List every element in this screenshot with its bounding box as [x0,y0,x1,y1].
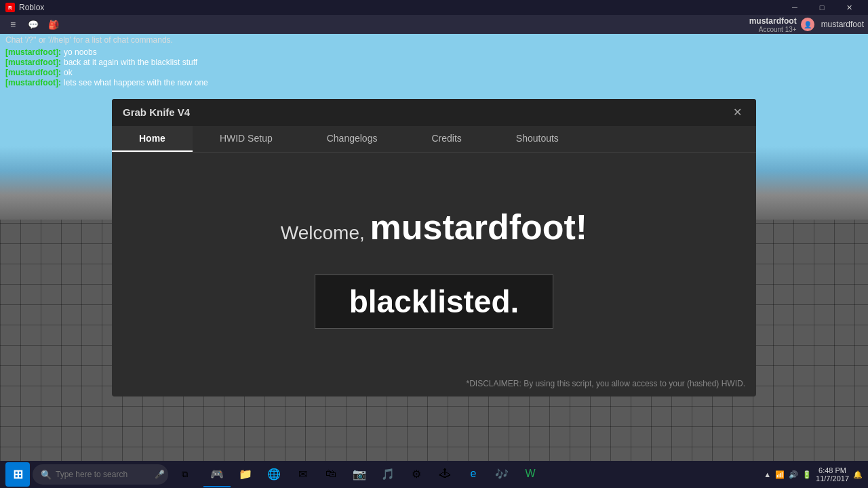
minimize-button[interactable]: ─ [781,0,808,15]
modal-overlay: Grab Knife V4 ✕ Home HWID Setup Changelo… [0,34,868,461]
modal-header: Grab Knife V4 ✕ [112,99,756,126]
user-info: mustardfoot Account 13+ 👤 mustardfoot [749,16,864,33]
roblox-titlebar: R Roblox ─ □ ✕ [0,0,868,15]
user-avatar: 👤 [801,18,814,31]
battery-icon: 🔋 [802,470,812,479]
tab-credits[interactable]: Credits [404,126,488,152]
modal-close-button[interactable]: ✕ [729,104,745,121]
taskbar-apps: 🎮 📁 🌐 ✉ 🛍 📷 🎵 ⚙ 🕹 e 🎶 W [203,462,544,487]
account-label: Account 13+ [749,26,797,33]
taskbar-app-folder[interactable]: 📁 [232,462,259,487]
search-input[interactable] [56,470,151,479]
taskbar-app-xbox[interactable]: 🕹 [431,462,458,487]
search-icon: 🔍 [41,470,52,480]
tab-home[interactable]: Home [112,126,193,152]
window-close-button[interactable]: ✕ [835,0,863,15]
bag-icon: 🎒 [48,20,59,30]
clock-time: 6:48 PM [816,466,849,474]
modal-title: Grab Knife V4 [123,106,190,118]
chat-icon: 💬 [28,20,39,30]
menu-button[interactable]: ≡ [4,17,22,32]
status-badge: blacklisted. [315,274,554,329]
taskbar-app-media[interactable]: 🎵 [374,462,401,487]
taskbar: ⊞ 🔍 🎤 ⧉ 🎮 📁 🌐 ✉ 🛍 📷 🎵 ⚙ 🕹 e 🎶 W ▲ 📶 🔊 🔋 … [0,461,868,488]
tab-hwid-label: HWID Setup [220,133,273,144]
notification-icon[interactable]: 🔔 [853,470,863,479]
taskbar-app-roblox[interactable]: 🎮 [203,462,231,487]
taskbar-app-word[interactable]: W [517,462,544,487]
roblox-toolbar: ≡ 💬 🎒 mustardfoot Account 13+ 👤 mustardf… [0,15,868,34]
avatar-icon: 👤 [804,21,812,28]
welcome-message: Welcome, mustardfoot! [281,207,587,247]
taskbar-app-groove[interactable]: 🎶 [488,462,515,487]
tray-up-arrow[interactable]: ▲ [764,470,771,479]
tab-home-label: Home [139,133,165,144]
menu-icon: ≡ [10,19,16,30]
tab-credits-label: Credits [431,133,461,144]
taskbar-app-mail[interactable]: ✉ [289,462,316,487]
titlebar-controls: ─ □ ✕ [781,0,863,15]
chat-button[interactable]: 💬 [24,17,42,32]
maximize-button[interactable]: □ [808,0,835,15]
username-tag: mustardfoot [821,20,864,29]
roblox-title: Roblox [19,3,44,12]
tab-changelogs-label: Changelogs [327,133,378,144]
modal-content: Welcome, mustardfoot! blacklisted. *DISC… [112,152,756,396]
system-clock[interactable]: 6:48 PM 11/7/2017 [816,466,849,483]
taskbar-app-photos[interactable]: 📷 [346,462,373,487]
taskbar-app-edge[interactable]: e [460,462,487,487]
modal-dialog: Grab Knife V4 ✕ Home HWID Setup Changelo… [112,99,756,396]
taskbar-app-settings[interactable]: ⚙ [403,462,430,487]
welcome-prefix: Welcome, [281,222,365,243]
taskbar-app-browser[interactable]: 🌐 [260,462,288,487]
taskbar-tray: ▲ 📶 🔊 🔋 6:48 PM 11/7/2017 🔔 [764,466,863,483]
taskbar-search-box[interactable]: 🔍 🎤 [33,464,168,485]
disclaimer-text: *DISCLAIMER: By using this script, you a… [467,379,745,388]
roblox-logo-icon: R [5,3,15,12]
tab-shoutouts-label: Shoutouts [516,133,559,144]
task-view-button[interactable]: ⧉ [174,464,195,485]
clock-date: 11/7/2017 [816,474,849,483]
tab-hwid-setup[interactable]: HWID Setup [193,126,300,152]
tab-shoutouts[interactable]: Shoutouts [489,126,586,152]
taskbar-app-store[interactable]: 🛍 [317,462,344,487]
status-text: blacklisted. [349,284,519,319]
username-display: mustardfoot [749,16,797,26]
microphone-icon: 🎤 [155,470,165,479]
inventory-button[interactable]: 🎒 [45,17,62,32]
network-icon: 📶 [775,470,785,479]
welcome-username: mustardfoot! [370,207,588,247]
tab-changelogs[interactable]: Changelogs [300,126,405,152]
modal-tabs: Home HWID Setup Changelogs Credits Shout… [112,126,756,152]
volume-icon: 🔊 [789,470,798,479]
start-button[interactable]: ⊞ [5,462,30,487]
taskbar-quick-icons: ⧉ [174,464,195,485]
windows-icon: ⊞ [13,467,23,482]
